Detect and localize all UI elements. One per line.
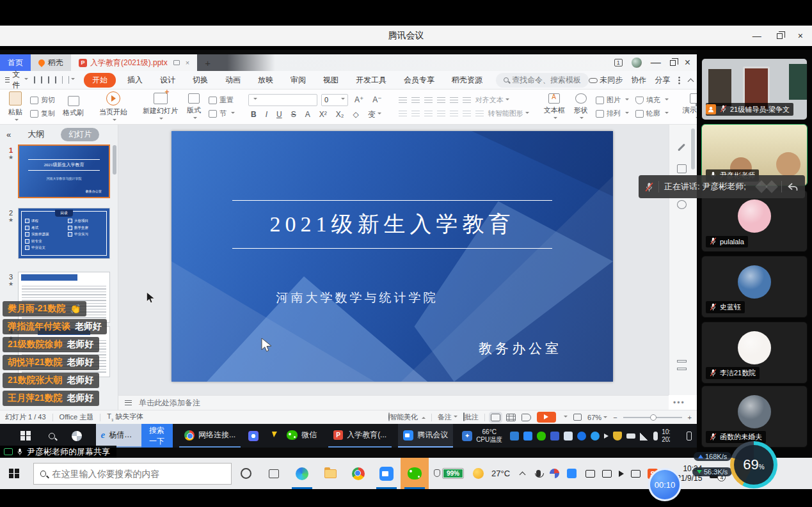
browser-icon[interactable] <box>591 432 600 441</box>
lightning-app-icon[interactable] <box>271 432 277 437</box>
toolbar-button-演示工具[interactable]: 演示工具 <box>678 90 697 124</box>
align-center-icon[interactable] <box>411 111 420 117</box>
speaker-icon[interactable] <box>619 471 624 477</box>
participant-tile[interactable]: 函数的未婚夫 <box>701 386 808 448</box>
menu-视图[interactable]: 视图 <box>317 73 344 88</box>
toolbar-button-新建幻灯片[interactable]: 新建幻灯片 <box>138 90 182 124</box>
menu-审阅[interactable]: 审阅 <box>285 73 312 88</box>
toolbar-button-格式刷[interactable]: 格式刷 <box>58 90 88 124</box>
menu-稻壳资源[interactable]: 稻壳资源 <box>446 73 488 88</box>
battery-widget[interactable]: 99% <box>434 469 463 478</box>
toolbar-button-当页开始[interactable]: 当页开始 <box>95 90 132 124</box>
font-style-I[interactable]: I <box>263 110 270 119</box>
participant-tile[interactable]: 史蓝钰 <box>701 256 808 318</box>
quark-app-icon[interactable] <box>248 431 259 441</box>
wechat-icon[interactable] <box>537 432 546 441</box>
slide-subtitle[interactable]: 河南大学数学与统计学院 <box>171 290 543 306</box>
meeting-window-button[interactable]: 腾讯会议 <box>398 424 453 448</box>
chrome-button[interactable] <box>344 458 372 489</box>
bluetooth-icon[interactable] <box>577 432 586 441</box>
task-view-button[interactable] <box>260 458 288 489</box>
tab-slides[interactable]: 幻灯片 <box>61 128 99 141</box>
notes-button[interactable]: 备注 <box>438 412 458 422</box>
number-list-icon[interactable] <box>411 97 420 104</box>
host-search-input[interactable] <box>52 469 225 479</box>
minimize-icon[interactable]: — <box>752 31 761 41</box>
slide-thumbnail-1[interactable]: 2021级新生入学教育 河南大学数学与统计学院 教务办公室 <box>18 144 110 198</box>
file-menu[interactable]: 文件 <box>5 69 28 91</box>
slide-thumbnail-2[interactable]: 目录 课程考试实验班选拔转专业毕业论文 大创项目数学竞赛毕业实习 <box>18 208 110 259</box>
collapse-ribbon-icon[interactable] <box>688 78 694 84</box>
align-left-icon[interactable] <box>399 111 407 117</box>
wps-restore-icon[interactable] <box>670 60 676 66</box>
close-icon[interactable]: × <box>798 31 803 41</box>
window-count-badge[interactable]: 1 <box>614 59 623 66</box>
monitor-icon[interactable] <box>602 470 612 478</box>
fit-window-icon[interactable] <box>573 414 582 421</box>
toolbar-button-剪切[interactable]: 剪切 <box>30 95 55 105</box>
weather-temp[interactable]: 27°C <box>491 469 510 478</box>
action-center-icon[interactable] <box>687 432 692 441</box>
notes-toggle-icon[interactable] <box>677 360 687 363</box>
mic-tray-icon[interactable] <box>536 470 541 477</box>
help-icon[interactable] <box>677 200 687 209</box>
toolbar-button-填充[interactable]: 填充 <box>635 95 669 105</box>
menu-放映[interactable]: 放映 <box>252 73 279 88</box>
spacing-2-icon[interactable] <box>475 111 484 117</box>
view-reading-icon[interactable] <box>521 414 531 421</box>
close-tab-icon[interactable]: × <box>186 59 189 66</box>
hidden-icons-chevron[interactable] <box>520 472 526 478</box>
host-start-button[interactable] <box>0 458 28 489</box>
phonetic-icon[interactable]: 变 <box>365 109 384 120</box>
network-score-gauge[interactable]: 69% <box>730 441 777 488</box>
slide-footer[interactable]: 教务办公室 <box>479 339 562 357</box>
touchpad-icon[interactable] <box>631 470 641 478</box>
selection-pane-icon[interactable] <box>677 164 687 173</box>
indent-decrease-icon[interactable] <box>424 97 433 104</box>
reply-arrow-icon[interactable] <box>787 182 799 192</box>
toolbar-button-排列[interactable]: 排列 <box>596 109 629 118</box>
toolbar-button-形状[interactable]: 形状 <box>569 90 593 124</box>
launcher-icon[interactable] <box>510 432 519 441</box>
float-window-icon[interactable] <box>173 60 180 65</box>
font-style-S[interactable]: S <box>289 110 299 119</box>
view-normal-icon[interactable] <box>491 414 500 421</box>
pinwheel-tray-icon[interactable] <box>550 469 559 478</box>
align-text-button[interactable]: 对齐文本 <box>475 95 509 105</box>
meeting-tray-icon[interactable] <box>567 469 577 478</box>
smart-graphic-button[interactable]: 转智能图形 <box>488 109 529 118</box>
toolbar-button-重置[interactable]: 重置 <box>209 95 235 105</box>
reader-icon[interactable] <box>564 432 573 441</box>
slideshow-play-button[interactable] <box>537 412 556 423</box>
toolbar-button-节[interactable]: 节 <box>209 109 235 118</box>
avatar[interactable] <box>632 58 642 68</box>
toolbar-button-文本框[interactable]: 文本框 <box>539 90 569 124</box>
security-suite-icon[interactable] <box>72 431 82 441</box>
notes-bar[interactable]: 单击此处添加备注 <box>118 395 669 410</box>
tab-docer[interactable]: 稻壳 <box>31 54 71 71</box>
network-window-button[interactable]: 网络连接... <box>179 424 241 448</box>
restore-icon[interactable] <box>777 33 783 39</box>
line-height-icon[interactable] <box>463 97 471 104</box>
quickbar-caret-icon[interactable] <box>71 78 75 82</box>
more-options-icon[interactable]: ••• <box>673 398 690 407</box>
share-button[interactable]: 分享 <box>655 75 670 86</box>
participant-tile[interactable]: 21级辅导员-梁争文 <box>701 58 808 120</box>
weather-button[interactable] <box>468 458 488 489</box>
font-style-X₂[interactable]: X₂ <box>333 110 347 119</box>
missing-fonts[interactable]: T₃ 缺失字体 <box>107 412 143 422</box>
taskbar-search-icon[interactable] <box>49 433 55 439</box>
font-style-B[interactable]: B <box>248 110 259 119</box>
tab-outline[interactable]: 大纲 <box>28 129 44 140</box>
theme-label[interactable]: Office 主题 <box>60 412 94 422</box>
zoom-slider[interactable] <box>623 417 682 418</box>
undo-icon[interactable] <box>62 76 63 84</box>
wechat-app-button[interactable] <box>401 458 429 489</box>
cpu-temperature[interactable]: 66°CCPU温度 <box>476 428 502 443</box>
toolbar-button-粘贴[interactable]: 粘贴 <box>4 90 27 124</box>
justify-icon[interactable] <box>437 111 445 117</box>
font-style-U[interactable]: U <box>274 110 285 119</box>
print-icon[interactable] <box>48 76 49 84</box>
network-monitor-overlay[interactable]: 168K/s 56.3K/s 69% <box>694 441 790 495</box>
zoom-level[interactable]: 67% <box>587 414 607 421</box>
